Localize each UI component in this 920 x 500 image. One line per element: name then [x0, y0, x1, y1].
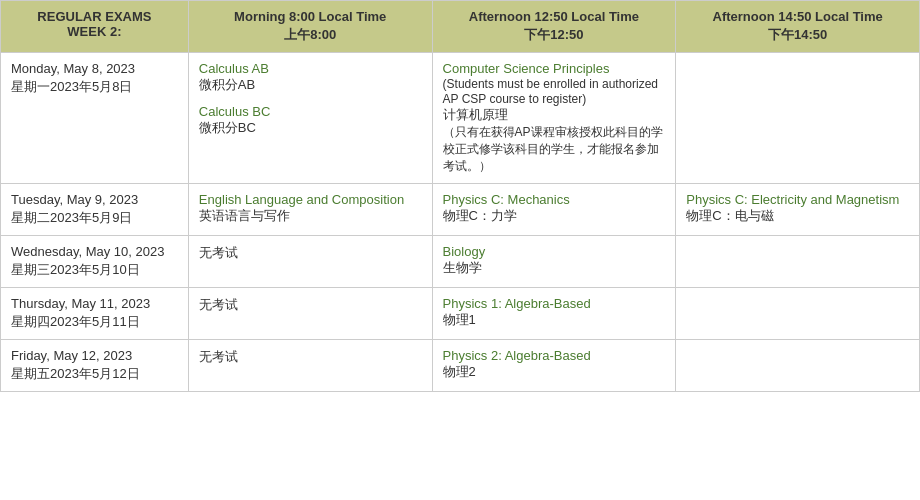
exam-entry: Physics C: Mechanics物理C：力学	[443, 192, 666, 225]
exam-name-zh: 英语语言与写作	[199, 207, 422, 225]
col2-header: Afternoon 12:50 Local Time 下午12:50	[432, 1, 676, 53]
no-exam: 无考试	[199, 348, 422, 366]
exam-cell: Biology生物学	[432, 236, 676, 288]
exam-name-zh: 计算机原理	[443, 106, 666, 124]
col1-time-en: Morning 8:00 Local Time	[199, 9, 422, 24]
exam-cell	[676, 236, 920, 288]
exam-entry: Physics 1: Algebra-Based物理1	[443, 296, 666, 329]
date-zh: 星期三2023年5月10日	[11, 261, 178, 279]
header-row: REGULAR EXAMS WEEK 2: Morning 8:00 Local…	[1, 1, 920, 53]
date-cell: Friday, May 12, 2023星期五2023年5月12日	[1, 340, 189, 392]
exam-name-zh: 物理C：电与磁	[686, 207, 909, 225]
date-cell: Tuesday, May 9, 2023星期二2023年5月9日	[1, 184, 189, 236]
date-zh: 星期四2023年5月11日	[11, 313, 178, 331]
exam-entry: English Language and Composition英语语言与写作	[199, 192, 422, 225]
exam-name-en: Computer Science Principles	[443, 61, 610, 76]
exam-schedule-table: REGULAR EXAMS WEEK 2: Morning 8:00 Local…	[0, 0, 920, 392]
exam-entry: Physics C: Electricity and Magnetism物理C：…	[686, 192, 909, 225]
schedule-row: Monday, May 8, 2023星期一2023年5月8日Calculus …	[1, 53, 920, 184]
week-label: REGULAR EXAMS WEEK 2:	[1, 1, 189, 53]
exam-name-en: Calculus AB	[199, 61, 269, 76]
exam-note-zh: （只有在获得AP课程审核授权此科目的学校正式修学该科目的学生，才能报名参加考试。…	[443, 125, 663, 173]
exam-cell	[676, 340, 920, 392]
exam-name-zh: 物理C：力学	[443, 207, 666, 225]
no-exam-zh: 无考试	[199, 296, 422, 314]
exam-entry: Biology生物学	[443, 244, 666, 277]
week-label-text: REGULAR EXAMS WEEK 2:	[37, 9, 151, 39]
exam-name-zh: 物理1	[443, 311, 666, 329]
exam-cell: Physics 1: Algebra-Based物理1	[432, 288, 676, 340]
schedule-row: Tuesday, May 9, 2023星期二2023年5月9日English …	[1, 184, 920, 236]
date-en: Monday, May 8, 2023	[11, 61, 178, 76]
exam-cell	[676, 288, 920, 340]
exam-name-zh: 微积分BC	[199, 119, 422, 137]
exam-name-zh: 物理2	[443, 363, 666, 381]
col2-time-en: Afternoon 12:50 Local Time	[443, 9, 666, 24]
col3-header: Afternoon 14:50 Local Time 下午14:50	[676, 1, 920, 53]
exam-cell: 无考试	[188, 340, 432, 392]
date-en: Thursday, May 11, 2023	[11, 296, 178, 311]
schedule-row: Thursday, May 11, 2023星期四2023年5月11日无考试Ph…	[1, 288, 920, 340]
date-zh: 星期五2023年5月12日	[11, 365, 178, 383]
no-exam: 无考试	[199, 296, 422, 314]
no-exam-zh: 无考试	[199, 244, 422, 262]
exam-name-en: Physics 1: Algebra-Based	[443, 296, 591, 311]
date-en: Tuesday, May 9, 2023	[11, 192, 178, 207]
exam-cell	[676, 53, 920, 184]
date-cell: Thursday, May 11, 2023星期四2023年5月11日	[1, 288, 189, 340]
date-cell: Wednesday, May 10, 2023星期三2023年5月10日	[1, 236, 189, 288]
exam-entry: Computer Science Principles(Students mus…	[443, 61, 666, 175]
date-en: Friday, May 12, 2023	[11, 348, 178, 363]
exam-name-zh: 生物学	[443, 259, 666, 277]
exam-name-en: Physics C: Mechanics	[443, 192, 570, 207]
col3-time-en: Afternoon 14:50 Local Time	[686, 9, 909, 24]
date-zh: 星期二2023年5月9日	[11, 209, 178, 227]
exam-name-en: Physics C: Electricity and Magnetism	[686, 192, 899, 207]
exam-cell: English Language and Composition英语语言与写作	[188, 184, 432, 236]
exam-cell: 无考试	[188, 288, 432, 340]
no-exam: 无考试	[199, 244, 422, 262]
exam-cell: Physics C: Electricity and Magnetism物理C：…	[676, 184, 920, 236]
col1-header: Morning 8:00 Local Time 上午8:00	[188, 1, 432, 53]
exam-name-en: Biology	[443, 244, 486, 259]
exam-entry: Calculus AB微积分AB	[199, 61, 422, 94]
schedule-row: Friday, May 12, 2023星期五2023年5月12日无考试Phys…	[1, 340, 920, 392]
col2-time-zh: 下午12:50	[443, 26, 666, 44]
exam-cell: Computer Science Principles(Students mus…	[432, 53, 676, 184]
col1-time-zh: 上午8:00	[199, 26, 422, 44]
exam-name-en: Calculus BC	[199, 104, 271, 119]
exam-name-en: English Language and Composition	[199, 192, 404, 207]
exam-name-en: Physics 2: Algebra-Based	[443, 348, 591, 363]
exam-cell: Physics C: Mechanics物理C：力学	[432, 184, 676, 236]
exam-cell: Calculus AB微积分ABCalculus BC微积分BC	[188, 53, 432, 184]
exam-entry: Physics 2: Algebra-Based物理2	[443, 348, 666, 381]
schedule-row: Wednesday, May 10, 2023星期三2023年5月10日无考试B…	[1, 236, 920, 288]
exam-entry: Calculus BC微积分BC	[199, 104, 422, 137]
no-exam-zh: 无考试	[199, 348, 422, 366]
date-en: Wednesday, May 10, 2023	[11, 244, 178, 259]
col3-time-zh: 下午14:50	[686, 26, 909, 44]
exam-note-en: (Students must be enrolled in authorized…	[443, 77, 658, 106]
exam-name-zh: 微积分AB	[199, 76, 422, 94]
date-zh: 星期一2023年5月8日	[11, 78, 178, 96]
exam-cell: 无考试	[188, 236, 432, 288]
exam-cell: Physics 2: Algebra-Based物理2	[432, 340, 676, 392]
date-cell: Monday, May 8, 2023星期一2023年5月8日	[1, 53, 189, 184]
